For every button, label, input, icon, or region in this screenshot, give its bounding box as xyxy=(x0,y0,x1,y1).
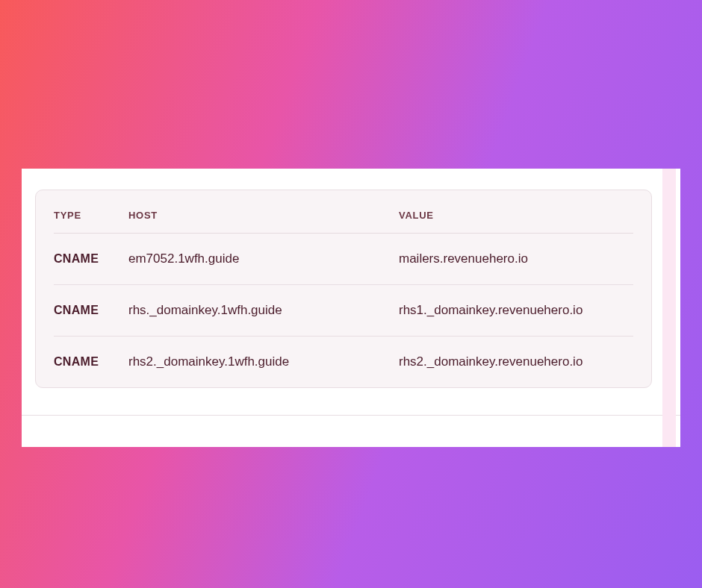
cell-host: rhs2._domainkey.1wfh.guide xyxy=(128,354,399,369)
content-panel: TYPE HOST VALUE CNAME em7052.1wfh.guide … xyxy=(22,169,680,447)
header-host: HOST xyxy=(128,210,399,221)
header-value: VALUE xyxy=(399,210,633,221)
cell-host: em7052.1wfh.guide xyxy=(128,251,399,266)
table-row: CNAME em7052.1wfh.guide mailers.revenueh… xyxy=(54,234,633,285)
cell-type: CNAME xyxy=(54,252,128,266)
cell-type: CNAME xyxy=(54,355,128,369)
cell-value: mailers.revenuehero.io xyxy=(399,251,633,266)
dns-records-table: TYPE HOST VALUE CNAME em7052.1wfh.guide … xyxy=(35,190,652,388)
table-row: CNAME rhs2._domainkey.1wfh.guide rhs2._d… xyxy=(54,337,633,381)
spacer xyxy=(35,416,652,447)
cell-value: rhs1._domainkey.revenuehero.io xyxy=(399,303,633,318)
right-edge-accent xyxy=(662,169,676,447)
cell-host: rhs._domainkey.1wfh.guide xyxy=(128,303,399,318)
header-type: TYPE xyxy=(54,210,128,221)
table-row: CNAME rhs._domainkey.1wfh.guide rhs1._do… xyxy=(54,285,633,337)
cell-type: CNAME xyxy=(54,304,128,317)
table-header-row: TYPE HOST VALUE xyxy=(54,199,633,234)
cell-value: rhs2._domainkey.revenuehero.io xyxy=(399,354,633,369)
